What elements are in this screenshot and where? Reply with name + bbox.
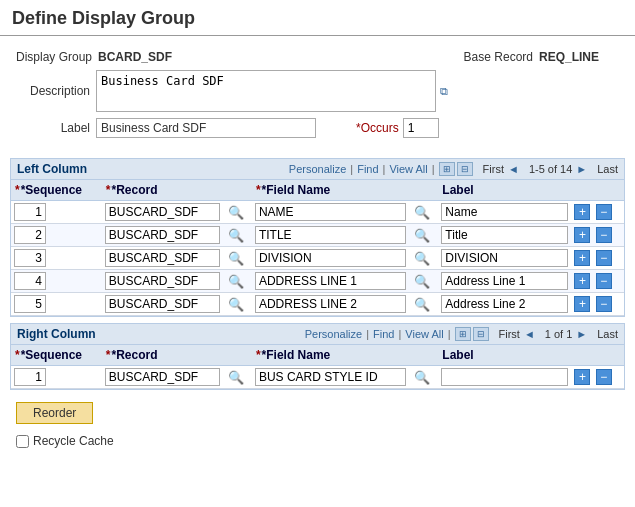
right-viewall-link[interactable]: View All <box>405 328 443 340</box>
right-field-input[interactable] <box>255 368 406 386</box>
display-group-label: Display Group <box>16 50 98 64</box>
right-record-input[interactable] <box>105 368 220 386</box>
left-grid-icon1[interactable]: ⊞ <box>439 162 455 176</box>
description-label: Description <box>16 84 96 98</box>
left-remove-button[interactable]: − <box>596 204 612 220</box>
right-grid-icon2[interactable]: ⊟ <box>473 327 489 341</box>
label-input[interactable] <box>96 118 316 138</box>
left-record-search-icon[interactable]: 🔍 <box>228 205 244 220</box>
label-label: Label <box>16 121 96 135</box>
left-seq-input[interactable] <box>14 203 46 221</box>
left-field-search-icon[interactable]: 🔍 <box>414 251 430 266</box>
base-record-value: REQ_LINE <box>539 50 599 64</box>
recycle-cache-checkbox[interactable] <box>16 435 29 448</box>
left-record-search-icon[interactable]: 🔍 <box>228 228 244 243</box>
left-field-input[interactable] <box>255 249 406 267</box>
recycle-cache-label: Recycle Cache <box>33 434 114 448</box>
left-page-info: 1-5 of 14 <box>529 163 572 175</box>
right-field-search-icon[interactable]: 🔍 <box>414 370 430 385</box>
left-remove-button[interactable]: − <box>596 273 612 289</box>
right-col-record: *Record <box>102 345 223 366</box>
right-add-button[interactable]: + <box>574 369 590 385</box>
left-label-input[interactable] <box>441 272 568 290</box>
left-remove-button[interactable]: − <box>596 296 612 312</box>
right-nav-prev[interactable]: ◄ <box>524 328 535 340</box>
left-record-input[interactable] <box>105 226 220 244</box>
form-area: Display Group BCARD_SDF Base Record REQ_… <box>0 46 635 152</box>
left-nav-prev[interactable]: ◄ <box>508 163 519 175</box>
left-field-input[interactable] <box>255 272 406 290</box>
right-first[interactable]: First <box>499 328 520 340</box>
right-grid-icon1[interactable]: ⊞ <box>455 327 471 341</box>
reorder-button[interactable]: Reorder <box>16 402 93 424</box>
left-record-search-icon[interactable]: 🔍 <box>228 274 244 289</box>
right-column-nav: Personalize | Find | View All | ⊞ ⊟ Firs… <box>305 327 618 341</box>
left-col-label: Label <box>438 180 571 201</box>
left-remove-button[interactable]: − <box>596 227 612 243</box>
left-viewall-link[interactable]: View All <box>389 163 427 175</box>
left-field-input[interactable] <box>255 226 406 244</box>
bottom-area: Reorder <box>0 396 635 430</box>
left-add-button[interactable]: + <box>574 227 590 243</box>
left-add-button[interactable]: + <box>574 250 590 266</box>
right-last[interactable]: Last <box>597 328 618 340</box>
left-nav-icons: ⊞ ⊟ <box>439 162 473 176</box>
right-remove-button[interactable]: − <box>596 369 612 385</box>
expand-icon[interactable]: ⧉ <box>440 85 448 98</box>
left-record-input[interactable] <box>105 272 220 290</box>
right-record-search-icon[interactable]: 🔍 <box>228 370 244 385</box>
left-column-nav: Personalize | Find | View All | ⊞ ⊟ Firs… <box>289 162 618 176</box>
description-input[interactable] <box>96 70 436 112</box>
right-col-field: *Field Name <box>252 345 409 366</box>
right-label-input[interactable] <box>441 368 568 386</box>
left-field-search-icon[interactable]: 🔍 <box>414 274 430 289</box>
left-table-row: 🔍 🔍 + − <box>11 247 624 270</box>
right-personalize-link[interactable]: Personalize <box>305 328 362 340</box>
left-find-link[interactable]: Find <box>357 163 378 175</box>
base-record-label: Base Record <box>449 50 539 64</box>
left-label-input[interactable] <box>441 295 568 313</box>
left-last[interactable]: Last <box>597 163 618 175</box>
left-table-row: 🔍 🔍 + − <box>11 201 624 224</box>
left-table-row: 🔍 🔍 + − <box>11 224 624 247</box>
left-grid-icon2[interactable]: ⊟ <box>457 162 473 176</box>
left-seq-input[interactable] <box>14 226 46 244</box>
left-label-input[interactable] <box>441 226 568 244</box>
right-col-sequence: *Sequence <box>11 345 102 366</box>
left-personalize-link[interactable]: Personalize <box>289 163 346 175</box>
right-find-link[interactable]: Find <box>373 328 394 340</box>
right-nav-next[interactable]: ► <box>576 328 587 340</box>
recycle-cache-row: Recycle Cache <box>0 434 635 448</box>
left-remove-button[interactable]: − <box>596 250 612 266</box>
left-add-button[interactable]: + <box>574 273 590 289</box>
right-nav-icons: ⊞ ⊟ <box>455 327 489 341</box>
left-record-input[interactable] <box>105 249 220 267</box>
left-col-field: *Field Name <box>252 180 409 201</box>
occurs-input[interactable] <box>403 118 439 138</box>
left-field-input[interactable] <box>255 203 406 221</box>
left-field-search-icon[interactable]: 🔍 <box>414 228 430 243</box>
left-table-row: 🔍 🔍 + − <box>11 270 624 293</box>
left-first[interactable]: First <box>483 163 504 175</box>
left-seq-input[interactable] <box>14 295 46 313</box>
left-nav-next[interactable]: ► <box>576 163 587 175</box>
left-column-grid: Left Column Personalize | Find | View Al… <box>10 158 625 317</box>
right-column-header: Right Column Personalize | Find | View A… <box>11 324 624 345</box>
left-add-button[interactable]: + <box>574 204 590 220</box>
left-seq-input[interactable] <box>14 272 46 290</box>
left-record-search-icon[interactable]: 🔍 <box>228 297 244 312</box>
left-record-search-icon[interactable]: 🔍 <box>228 251 244 266</box>
left-label-input[interactable] <box>441 249 568 267</box>
left-add-button[interactable]: + <box>574 296 590 312</box>
right-seq-input[interactable] <box>14 368 46 386</box>
left-record-input[interactable] <box>105 203 220 221</box>
left-field-input[interactable] <box>255 295 406 313</box>
left-record-input[interactable] <box>105 295 220 313</box>
left-field-search-icon[interactable]: 🔍 <box>414 297 430 312</box>
right-page-info: 1 of 1 <box>545 328 573 340</box>
left-col-sequence: *Sequence <box>11 180 102 201</box>
left-col-record: *Record <box>102 180 223 201</box>
left-seq-input[interactable] <box>14 249 46 267</box>
left-field-search-icon[interactable]: 🔍 <box>414 205 430 220</box>
left-label-input[interactable] <box>441 203 568 221</box>
